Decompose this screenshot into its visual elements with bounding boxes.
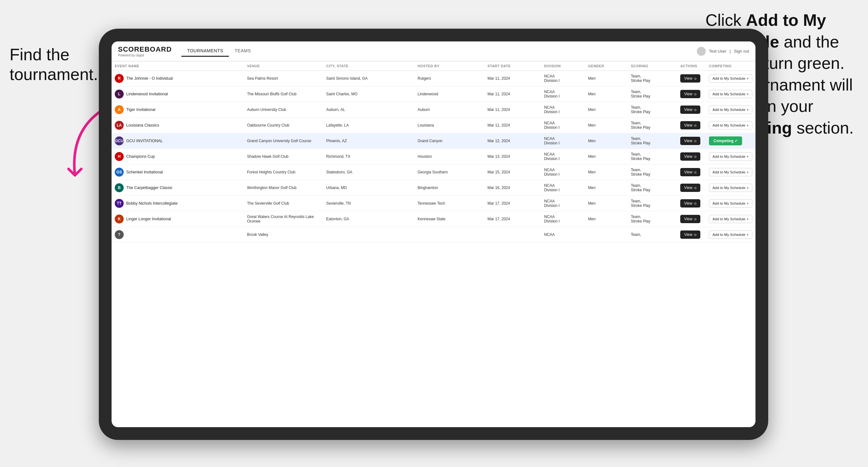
view-button[interactable]: View ⊙ — [680, 230, 700, 239]
division-cell: NCAADivision I — [541, 71, 585, 86]
event-name-cell: ? — [112, 227, 244, 243]
event-name-cell: R The Johnnie - O Individual — [112, 71, 244, 86]
table-row: H Champions Cup Shadow Hawk Golf ClubRic… — [112, 149, 755, 164]
competing-cell: Add to My Schedule + — [706, 227, 755, 243]
scoring-cell: Team,Stroke Play — [628, 86, 677, 102]
action-cell: View ⊙ — [677, 211, 706, 227]
col-event-name: EVENT NAME — [112, 62, 244, 71]
view-button[interactable]: View ⊙ — [680, 168, 700, 176]
logo-sub: Powered by clippd — [118, 54, 172, 57]
division-cell: NCAADivision I — [541, 133, 585, 149]
competing-cell: Add to My Schedule + — [706, 71, 755, 86]
scoring-cell: Team,Stroke Play — [628, 211, 677, 227]
view-button[interactable]: View ⊙ — [680, 199, 700, 208]
venue-cell: Great Waters Course At Reynolds Lake Oco… — [244, 211, 323, 227]
table-container[interactable]: EVENT NAME VENUE CITY, STATE HOSTED BY S… — [112, 62, 755, 427]
scoring-cell: Team,Stroke Play — [628, 180, 677, 196]
gender-cell: Men — [585, 102, 628, 118]
event-name: Tiger Invitational — [126, 107, 155, 112]
team-logo: GS — [115, 168, 124, 177]
view-button[interactable]: View ⊙ — [680, 90, 700, 98]
city-cell: Sevierville, TN — [323, 196, 414, 211]
table-header-row: EVENT NAME VENUE CITY, STATE HOSTED BY S… — [112, 62, 755, 71]
event-name-cell: TT Bobby Nichols Intercollegiate — [112, 196, 244, 211]
add-to-schedule-button[interactable]: Add to My Schedule + — [709, 230, 752, 239]
division-cell: NCAADivision I — [541, 86, 585, 102]
scoring-cell: Team,Stroke Play — [628, 149, 677, 164]
event-name: The Johnnie - O Individual — [126, 76, 173, 81]
table-row: GS Schenkel Invitational Forest Heights … — [112, 164, 755, 180]
view-button[interactable]: View ⊙ — [680, 74, 700, 83]
city-cell: Saint Simons Island, GA — [323, 71, 414, 86]
nav-tabs: TOURNAMENTS TEAMS — [181, 45, 697, 57]
team-logo: GCU — [115, 136, 124, 145]
scoring-cell: Team,Stroke Play — [628, 71, 677, 86]
view-button[interactable]: View ⊙ — [680, 184, 700, 192]
date-cell: Mar 16, 2024 — [484, 180, 541, 196]
venue-cell: Sea Palms Resort — [244, 71, 323, 86]
city-cell: Auburn, AL — [323, 102, 414, 118]
table-row: L Lindenwood Invitational The Missouri B… — [112, 86, 755, 102]
gender-cell: Men — [585, 149, 628, 164]
event-name: The Carpetbagger Classic — [126, 186, 173, 190]
event-name-cell: LA Louisiana Classics — [112, 118, 244, 133]
team-logo: LA — [115, 121, 124, 130]
hosted-cell: Georgia Southern — [414, 164, 484, 180]
tablet-frame: SCOREBOARD Powered by clippd TOURNAMENTS… — [99, 29, 768, 440]
division-cell: NCAADivision I — [541, 211, 585, 227]
add-to-schedule-button[interactable]: Add to My Schedule + — [709, 215, 752, 223]
tab-teams[interactable]: TEAMS — [229, 45, 257, 57]
add-to-schedule-button[interactable]: Add to My Schedule + — [709, 152, 752, 161]
add-to-schedule-button[interactable]: Add to My Schedule + — [709, 121, 752, 129]
action-cell: View ⊙ — [677, 149, 706, 164]
view-button[interactable]: View ⊙ — [680, 121, 700, 129]
event-name-cell: L Lindenwood Invitational — [112, 86, 244, 102]
venue-cell: Auburn University Club — [244, 102, 323, 118]
action-cell: View ⊙ — [677, 164, 706, 180]
add-to-schedule-button[interactable]: Add to My Schedule + — [709, 199, 752, 208]
view-button[interactable]: View ⊙ — [680, 105, 700, 114]
event-name-cell: GCU GCU INVITATIONAL — [112, 133, 244, 149]
add-to-schedule-button[interactable]: Add to My Schedule + — [709, 74, 752, 83]
event-name: Champions Cup — [126, 154, 155, 159]
tab-tournaments[interactable]: TOURNAMENTS — [181, 45, 229, 57]
add-to-schedule-button[interactable]: Add to My Schedule + — [709, 90, 752, 98]
competing-cell: Add to My Schedule + — [706, 149, 755, 164]
annotation-left: Find the tournament. — [9, 44, 98, 85]
event-name: Louisiana Classics — [126, 123, 159, 127]
col-hosted-by: HOSTED BY — [414, 62, 484, 71]
logo-text: SCOREBOARD — [118, 45, 172, 54]
table-row: TT Bobby Nichols Intercollegiate The Sev… — [112, 196, 755, 211]
col-gender: GENDER — [585, 62, 628, 71]
competing-cell: Add to My Schedule + — [706, 164, 755, 180]
competing-button[interactable]: Competing ✓ — [709, 136, 742, 145]
col-venue: VENUE — [244, 62, 323, 71]
add-to-schedule-button[interactable]: Add to My Schedule + — [709, 184, 752, 192]
action-cell: View ⊙ — [677, 133, 706, 149]
venue-cell: The Missouri Bluffs Golf Club — [244, 86, 323, 102]
header-right: Test User | Sign out — [697, 47, 749, 56]
competing-cell: Add to My Schedule + — [706, 196, 755, 211]
city-cell: Statesboro, GA — [323, 164, 414, 180]
date-cell — [484, 227, 541, 243]
view-button[interactable]: View ⊙ — [680, 152, 700, 161]
hosted-cell — [414, 227, 484, 243]
table-row: R The Johnnie - O Individual Sea Palms R… — [112, 71, 755, 86]
view-button[interactable]: View ⊙ — [680, 137, 700, 145]
scoring-cell: Team, — [628, 227, 677, 243]
competing-cell: Add to My Schedule + — [706, 102, 755, 118]
action-cell: View ⊙ — [677, 180, 706, 196]
view-button[interactable]: View ⊙ — [680, 215, 700, 223]
add-to-schedule-button[interactable]: Add to My Schedule + — [709, 168, 752, 176]
action-cell: View ⊙ — [677, 102, 706, 118]
sign-out-link[interactable]: Sign out — [734, 49, 749, 54]
city-cell: Urbana, MD — [323, 180, 414, 196]
col-competing: COMPETING — [706, 62, 755, 71]
add-to-schedule-button[interactable]: Add to My Schedule + — [709, 105, 752, 114]
event-name-cell: GS Schenkel Invitational — [112, 164, 244, 180]
scoring-cell: Team,Stroke Play — [628, 164, 677, 180]
gender-cell: Men — [585, 211, 628, 227]
col-start-date: START DATE — [484, 62, 541, 71]
table-row: B The Carpetbagger Classic Worthington M… — [112, 180, 755, 196]
division-cell: NCAA — [541, 227, 585, 243]
